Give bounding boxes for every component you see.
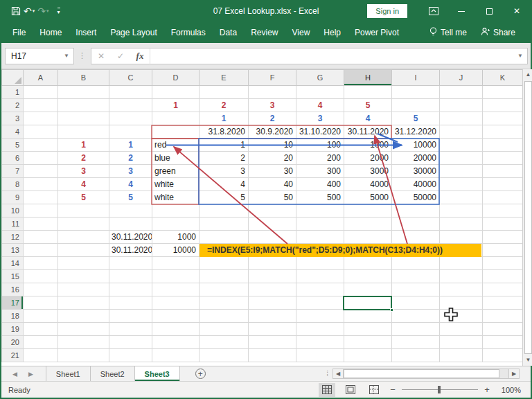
cell-E11[interactable] <box>200 218 249 231</box>
cell-J17[interactable] <box>440 296 483 310</box>
cell-F19[interactable] <box>249 323 296 336</box>
cell-A21[interactable] <box>24 349 58 362</box>
cell-G17[interactable] <box>296 296 344 310</box>
column-header-D[interactable]: D <box>152 70 200 86</box>
cell-G8[interactable]: 400 <box>296 178 344 191</box>
share-button[interactable]: Share <box>474 22 531 43</box>
cell-D6[interactable]: blue <box>152 152 200 165</box>
cell-G7[interactable]: 300 <box>296 165 344 178</box>
cell-C2[interactable] <box>109 99 152 112</box>
cell-I21[interactable] <box>392 349 440 362</box>
cell-K2[interactable] <box>483 99 523 112</box>
row-header-19[interactable]: 19 <box>2 323 24 336</box>
cell-A4[interactable] <box>24 125 58 139</box>
row-header-15[interactable]: 15 <box>2 270 24 283</box>
cell-K20[interactable] <box>483 336 523 349</box>
cell-J16[interactable] <box>440 283 483 296</box>
row-header-2[interactable]: 2 <box>2 99 24 112</box>
cell-I14[interactable] <box>392 257 440 270</box>
cell-A20[interactable] <box>24 336 58 349</box>
cell-H9[interactable]: 5000 <box>344 191 392 204</box>
cell-D8[interactable]: white <box>152 178 200 191</box>
cell-E1[interactable] <box>200 86 249 99</box>
cell-G9[interactable]: 500 <box>296 191 344 204</box>
cell-A5[interactable] <box>24 139 58 152</box>
cell-K13[interactable] <box>483 244 523 257</box>
cell-I7[interactable]: 30000 <box>392 165 440 178</box>
cell-K21[interactable] <box>483 349 523 362</box>
cell-K19[interactable] <box>483 323 523 336</box>
cell-K12[interactable] <box>483 231 523 244</box>
maximize-button[interactable] <box>475 0 503 22</box>
formula-bar-expand-icon[interactable]: ▼ <box>517 53 523 59</box>
cell-I15[interactable] <box>392 270 440 283</box>
select-all-corner[interactable] <box>2 70 24 86</box>
cell-F16[interactable] <box>249 283 296 296</box>
cell-C7[interactable]: 3 <box>109 165 152 178</box>
vertical-scrollbar[interactable]: ▲ ▼ <box>522 69 532 366</box>
cell-E14[interactable] <box>200 257 249 270</box>
cell-B1[interactable] <box>58 86 109 99</box>
cell-F20[interactable] <box>249 336 296 349</box>
cell-F12[interactable] <box>249 231 296 244</box>
tab-insert[interactable]: Insert <box>69 23 103 42</box>
cell-H21[interactable] <box>344 349 392 362</box>
horizontal-scrollbar[interactable]: ◀ ▶ <box>332 369 520 379</box>
cell-F1[interactable] <box>249 86 296 99</box>
cell-B19[interactable] <box>58 323 109 336</box>
cell-H6[interactable]: 2000 <box>344 152 392 165</box>
cell-H4[interactable]: 30.11.2020 <box>344 125 392 139</box>
cell-A12[interactable] <box>24 231 58 244</box>
cell-H2[interactable]: 5 <box>344 99 392 112</box>
new-sheet-icon[interactable]: + <box>195 369 206 379</box>
row-header-17[interactable]: 17 <box>2 296 24 310</box>
cell-B17[interactable] <box>58 296 109 310</box>
cell-H7[interactable]: 3000 <box>344 165 392 178</box>
cell-C17[interactable] <box>109 296 152 310</box>
highlighted-formula-cell[interactable]: =INDEX(E5:I9;MATCH("red";D5:D9;0);MATCH(… <box>200 244 481 257</box>
cell-D19[interactable] <box>152 323 200 336</box>
cell-B14[interactable] <box>58 257 109 270</box>
cell-K16[interactable] <box>483 283 523 296</box>
close-button[interactable]: ✕ <box>503 0 531 22</box>
cell-C15[interactable] <box>109 270 152 283</box>
cell-G1[interactable] <box>296 86 344 99</box>
cell-G19[interactable] <box>296 323 344 336</box>
cell-H20[interactable] <box>344 336 392 349</box>
cell-F11[interactable] <box>249 218 296 231</box>
cell-C6[interactable]: 2 <box>109 152 152 165</box>
column-header-K[interactable]: K <box>483 70 523 86</box>
cell-I3[interactable]: 5 <box>392 112 440 125</box>
cell-G20[interactable] <box>296 336 344 349</box>
cell-A11[interactable] <box>24 218 58 231</box>
row-header-20[interactable]: 20 <box>2 336 24 349</box>
cell-A19[interactable] <box>24 323 58 336</box>
cell-A13[interactable] <box>24 244 58 257</box>
cell-F18[interactable] <box>249 310 296 323</box>
page-break-preview-icon[interactable] <box>366 383 382 397</box>
row-header-18[interactable]: 18 <box>2 310 24 323</box>
cell-A7[interactable] <box>24 165 58 178</box>
cell-J8[interactable] <box>440 178 483 191</box>
cell-E2[interactable]: 2 <box>200 99 249 112</box>
insert-function-icon[interactable]: fx <box>130 51 150 62</box>
cell-K14[interactable] <box>483 257 523 270</box>
cell-G12[interactable] <box>296 231 344 244</box>
cell-K9[interactable] <box>483 191 523 204</box>
sheet-tab-sheet2[interactable]: Sheet2 <box>91 366 135 381</box>
cell-A2[interactable] <box>24 99 58 112</box>
cell-C14[interactable] <box>109 257 152 270</box>
cell-B20[interactable] <box>58 336 109 349</box>
cell-G6[interactable]: 200 <box>296 152 344 165</box>
cell-K6[interactable] <box>483 152 523 165</box>
cell-A10[interactable] <box>24 204 58 218</box>
cell-K10[interactable] <box>483 204 523 218</box>
tab-review[interactable]: Review <box>244 23 285 42</box>
scroll-up-icon[interactable]: ▲ <box>523 69 532 80</box>
cell-B7[interactable]: 3 <box>58 165 109 178</box>
sheet-nav-right-icon[interactable]: ▶ <box>28 371 33 378</box>
row-header-6[interactable]: 6 <box>2 152 24 165</box>
tab-home[interactable]: Home <box>33 23 69 42</box>
undo-button[interactable]: ↶▾ <box>24 6 35 17</box>
cell-I9[interactable]: 50000 <box>392 191 440 204</box>
